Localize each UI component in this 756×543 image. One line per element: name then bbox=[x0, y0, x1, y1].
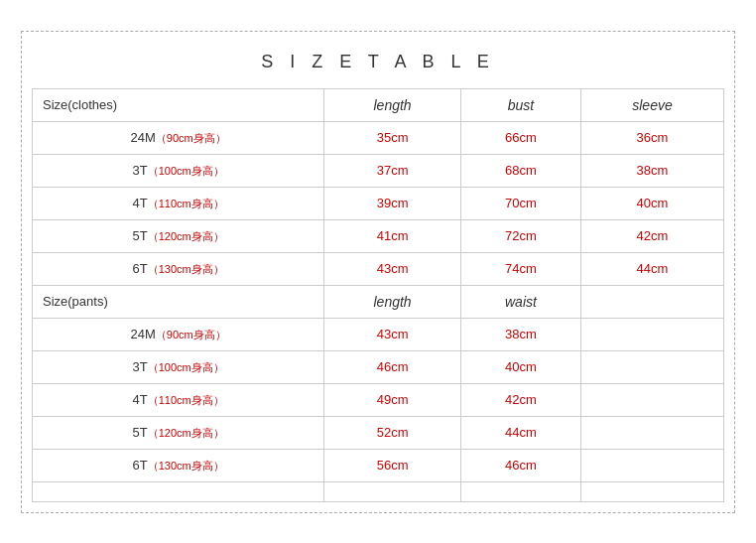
empty-cell bbox=[580, 350, 723, 383]
table-row: 4T（110cm身高） 39cm 70cm 40cm bbox=[33, 187, 724, 219]
size-cell: 24M（90cm身高） bbox=[33, 318, 324, 350]
clothes-size-header: Size(clothes) bbox=[33, 88, 324, 121]
length-cell: 37cm bbox=[324, 154, 461, 187]
empty-cell bbox=[33, 481, 324, 501]
sleeve-cell: 42cm bbox=[580, 219, 723, 252]
size-table: Size(clothes) length bust sleeve 24M（90c… bbox=[32, 88, 724, 502]
table-row bbox=[33, 481, 724, 501]
sleeve-cell: 36cm bbox=[580, 121, 723, 154]
size-cell: 5T（120cm身高） bbox=[33, 219, 324, 252]
table-row: 24M（90cm身高） 35cm 66cm 36cm bbox=[33, 121, 724, 154]
sleeve-cell: 44cm bbox=[580, 252, 723, 285]
table-row: 3T（100cm身高） 37cm 68cm 38cm bbox=[33, 154, 724, 187]
size-cell: 5T（120cm身高） bbox=[33, 416, 324, 449]
table-row: 3T（100cm身高） 46cm 40cm bbox=[33, 350, 724, 383]
bust-cell: 74cm bbox=[460, 252, 580, 285]
size-cell: 6T（130cm身高） bbox=[33, 252, 324, 285]
waist-cell: 42cm bbox=[460, 383, 580, 416]
size-cell: 6T（130cm身高） bbox=[33, 449, 324, 481]
table-row: 6T（130cm身高） 56cm 46cm bbox=[33, 449, 724, 481]
empty-cell bbox=[324, 481, 461, 501]
pants-empty-header bbox=[580, 285, 723, 318]
pants-header-row: Size(pants) length waist bbox=[33, 285, 724, 318]
size-cell: 4T（110cm身高） bbox=[33, 383, 324, 416]
waist-cell: 38cm bbox=[460, 318, 580, 350]
size-cell: 24M（90cm身高） bbox=[33, 121, 324, 154]
empty-cell bbox=[580, 481, 723, 501]
table-row: 5T（120cm身高） 52cm 44cm bbox=[33, 416, 724, 449]
length-cell: 41cm bbox=[324, 219, 461, 252]
empty-cell bbox=[460, 481, 580, 501]
sleeve-cell: 38cm bbox=[580, 154, 723, 187]
size-cell: 3T（100cm身高） bbox=[33, 350, 324, 383]
empty-cell bbox=[580, 318, 723, 350]
clothes-header-row: Size(clothes) length bust sleeve bbox=[33, 88, 724, 121]
clothes-length-header: length bbox=[324, 88, 461, 121]
table-row: 24M（90cm身高） 43cm 38cm bbox=[33, 318, 724, 350]
clothes-bust-header: bust bbox=[460, 88, 580, 121]
empty-cell bbox=[580, 449, 723, 481]
length-cell: 39cm bbox=[324, 187, 461, 219]
bust-cell: 66cm bbox=[460, 121, 580, 154]
pants-length-header: length bbox=[324, 285, 461, 318]
bust-cell: 72cm bbox=[460, 219, 580, 252]
clothes-sleeve-header: sleeve bbox=[580, 88, 723, 121]
table-row: 6T（130cm身高） 43cm 74cm 44cm bbox=[33, 252, 724, 285]
table-row: 5T（120cm身高） 41cm 72cm 42cm bbox=[33, 219, 724, 252]
length-cell: 43cm bbox=[324, 318, 461, 350]
table-row: 4T（110cm身高） 49cm 42cm bbox=[33, 383, 724, 416]
length-cell: 56cm bbox=[324, 449, 461, 481]
waist-cell: 46cm bbox=[460, 449, 580, 481]
length-cell: 52cm bbox=[324, 416, 461, 449]
length-cell: 43cm bbox=[324, 252, 461, 285]
bust-cell: 68cm bbox=[460, 154, 580, 187]
length-cell: 46cm bbox=[324, 350, 461, 383]
pants-size-header: Size(pants) bbox=[33, 285, 324, 318]
empty-cell bbox=[580, 416, 723, 449]
pants-waist-header: waist bbox=[460, 285, 580, 318]
length-cell: 35cm bbox=[324, 121, 461, 154]
waist-cell: 44cm bbox=[460, 416, 580, 449]
page-title: S I Z E T A B L E bbox=[32, 52, 724, 72]
bust-cell: 70cm bbox=[460, 187, 580, 219]
size-table-container: S I Z E T A B L E Size(clothes) length b… bbox=[21, 31, 735, 513]
waist-cell: 40cm bbox=[460, 350, 580, 383]
length-cell: 49cm bbox=[324, 383, 461, 416]
size-cell: 3T（100cm身高） bbox=[33, 154, 324, 187]
empty-cell bbox=[580, 383, 723, 416]
size-cell: 4T（110cm身高） bbox=[33, 187, 324, 219]
sleeve-cell: 40cm bbox=[580, 187, 723, 219]
